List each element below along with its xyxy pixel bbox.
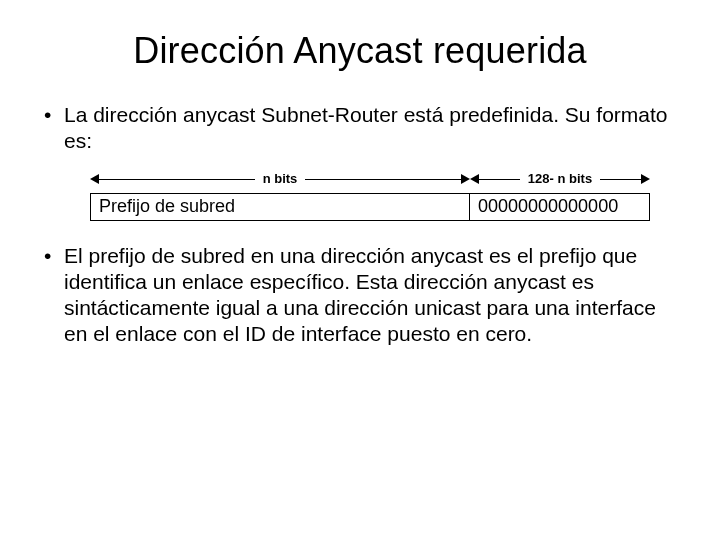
bit-width-row: n bits 128- n bits [90,169,650,189]
zeros-box: 00000000000000 [470,193,650,221]
arrow-right-head-icon [461,174,470,184]
bullet-list: La dirección anycast Subnet-Router está … [40,102,680,155]
bullet-item-2: El prefijo de subred en una dirección an… [40,243,680,348]
address-format-diagram: n bits 128- n bits Prefijo de subred 000… [90,169,650,221]
arrow-right-head-icon [641,174,650,184]
n-bits-label: n bits [255,171,306,186]
bullet-list-2: El prefijo de subred en una dirección an… [40,243,680,348]
address-box-row: Prefijo de subred 00000000000000 [90,193,650,221]
arrow-left-head-icon [470,174,479,184]
n-bits-span: n bits [90,169,470,189]
subnet-prefix-box: Prefijo de subred [90,193,470,221]
bullet-item-1: La dirección anycast Subnet-Router está … [40,102,680,155]
slide: Dirección Anycast requerida La dirección… [0,0,720,540]
slide-title: Dirección Anycast requerida [40,30,680,72]
128-n-bits-span: 128- n bits [470,169,650,189]
arrow-left-head-icon [90,174,99,184]
128-n-bits-label: 128- n bits [520,171,600,186]
